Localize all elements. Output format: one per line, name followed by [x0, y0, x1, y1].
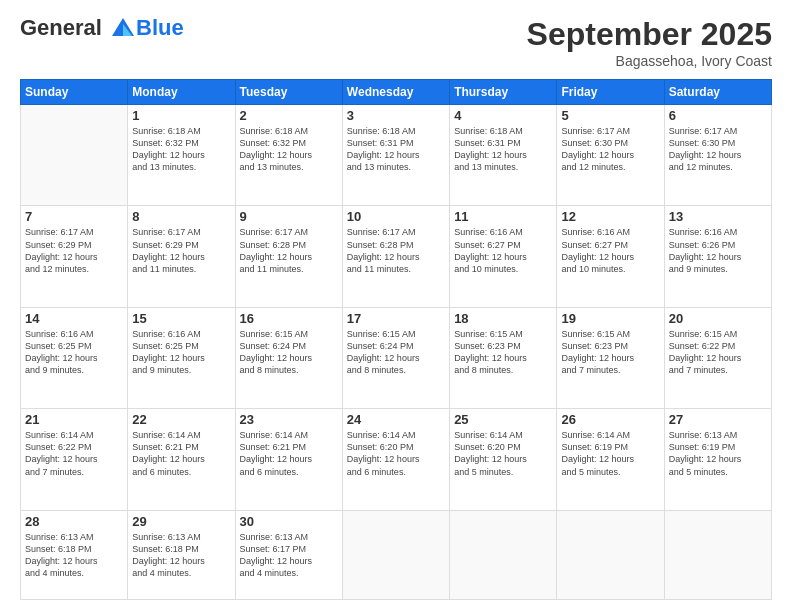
day-number: 5: [561, 108, 659, 123]
day-number: 8: [132, 209, 230, 224]
day-info: Sunrise: 6:15 AM Sunset: 6:24 PM Dayligh…: [347, 328, 445, 377]
table-row: 30Sunrise: 6:13 AM Sunset: 6:17 PM Dayli…: [235, 510, 342, 600]
day-info: Sunrise: 6:13 AM Sunset: 6:18 PM Dayligh…: [132, 531, 230, 580]
table-row: 14Sunrise: 6:16 AM Sunset: 6:25 PM Dayli…: [21, 307, 128, 408]
day-info: Sunrise: 6:14 AM Sunset: 6:20 PM Dayligh…: [347, 429, 445, 478]
table-row: 21Sunrise: 6:14 AM Sunset: 6:22 PM Dayli…: [21, 409, 128, 510]
table-row: 12Sunrise: 6:16 AM Sunset: 6:27 PM Dayli…: [557, 206, 664, 307]
table-row: 9Sunrise: 6:17 AM Sunset: 6:28 PM Daylig…: [235, 206, 342, 307]
day-info: Sunrise: 6:15 AM Sunset: 6:22 PM Dayligh…: [669, 328, 767, 377]
day-info: Sunrise: 6:15 AM Sunset: 6:23 PM Dayligh…: [454, 328, 552, 377]
logo-line1: General: [20, 15, 102, 40]
table-row: 28Sunrise: 6:13 AM Sunset: 6:18 PM Dayli…: [21, 510, 128, 600]
col-thursday: Thursday: [450, 80, 557, 105]
month-title: September 2025: [527, 16, 772, 53]
col-saturday: Saturday: [664, 80, 771, 105]
day-number: 2: [240, 108, 338, 123]
logo-text: General Blue: [20, 16, 184, 42]
day-number: 23: [240, 412, 338, 427]
day-info: Sunrise: 6:17 AM Sunset: 6:29 PM Dayligh…: [132, 226, 230, 275]
day-number: 11: [454, 209, 552, 224]
day-number: 12: [561, 209, 659, 224]
table-row: 13Sunrise: 6:16 AM Sunset: 6:26 PM Dayli…: [664, 206, 771, 307]
table-row: [342, 510, 449, 600]
table-row: 11Sunrise: 6:16 AM Sunset: 6:27 PM Dayli…: [450, 206, 557, 307]
day-info: Sunrise: 6:17 AM Sunset: 6:28 PM Dayligh…: [240, 226, 338, 275]
location-subtitle: Bagassehoa, Ivory Coast: [527, 53, 772, 69]
calendar-week-row: 1Sunrise: 6:18 AM Sunset: 6:32 PM Daylig…: [21, 105, 772, 206]
day-info: Sunrise: 6:13 AM Sunset: 6:18 PM Dayligh…: [25, 531, 123, 580]
table-row: 22Sunrise: 6:14 AM Sunset: 6:21 PM Dayli…: [128, 409, 235, 510]
table-row: 25Sunrise: 6:14 AM Sunset: 6:20 PM Dayli…: [450, 409, 557, 510]
header: General Blue September 2025 Bagassehoa, …: [20, 16, 772, 69]
day-info: Sunrise: 6:17 AM Sunset: 6:28 PM Dayligh…: [347, 226, 445, 275]
day-info: Sunrise: 6:16 AM Sunset: 6:27 PM Dayligh…: [454, 226, 552, 275]
table-row: 10Sunrise: 6:17 AM Sunset: 6:28 PM Dayli…: [342, 206, 449, 307]
day-number: 3: [347, 108, 445, 123]
day-number: 7: [25, 209, 123, 224]
table-row: 24Sunrise: 6:14 AM Sunset: 6:20 PM Dayli…: [342, 409, 449, 510]
table-row: 16Sunrise: 6:15 AM Sunset: 6:24 PM Dayli…: [235, 307, 342, 408]
day-number: 14: [25, 311, 123, 326]
day-info: Sunrise: 6:18 AM Sunset: 6:32 PM Dayligh…: [240, 125, 338, 174]
day-number: 17: [347, 311, 445, 326]
day-info: Sunrise: 6:16 AM Sunset: 6:25 PM Dayligh…: [132, 328, 230, 377]
logo-line2: Blue: [136, 16, 184, 40]
table-row: 27Sunrise: 6:13 AM Sunset: 6:19 PM Dayli…: [664, 409, 771, 510]
table-row: 18Sunrise: 6:15 AM Sunset: 6:23 PM Dayli…: [450, 307, 557, 408]
day-number: 19: [561, 311, 659, 326]
table-row: [21, 105, 128, 206]
day-number: 25: [454, 412, 552, 427]
title-area: September 2025 Bagassehoa, Ivory Coast: [527, 16, 772, 69]
table-row: 15Sunrise: 6:16 AM Sunset: 6:25 PM Dayli…: [128, 307, 235, 408]
day-number: 9: [240, 209, 338, 224]
col-friday: Friday: [557, 80, 664, 105]
table-row: 5Sunrise: 6:17 AM Sunset: 6:30 PM Daylig…: [557, 105, 664, 206]
day-number: 24: [347, 412, 445, 427]
calendar-week-row: 14Sunrise: 6:16 AM Sunset: 6:25 PM Dayli…: [21, 307, 772, 408]
day-info: Sunrise: 6:14 AM Sunset: 6:21 PM Dayligh…: [240, 429, 338, 478]
day-number: 4: [454, 108, 552, 123]
table-row: 26Sunrise: 6:14 AM Sunset: 6:19 PM Dayli…: [557, 409, 664, 510]
table-row: 29Sunrise: 6:13 AM Sunset: 6:18 PM Dayli…: [128, 510, 235, 600]
calendar-week-row: 21Sunrise: 6:14 AM Sunset: 6:22 PM Dayli…: [21, 409, 772, 510]
day-number: 28: [25, 514, 123, 529]
table-row: 20Sunrise: 6:15 AM Sunset: 6:22 PM Dayli…: [664, 307, 771, 408]
day-number: 1: [132, 108, 230, 123]
day-number: 21: [25, 412, 123, 427]
table-row: 2Sunrise: 6:18 AM Sunset: 6:32 PM Daylig…: [235, 105, 342, 206]
day-number: 10: [347, 209, 445, 224]
col-monday: Monday: [128, 80, 235, 105]
day-info: Sunrise: 6:16 AM Sunset: 6:27 PM Dayligh…: [561, 226, 659, 275]
col-sunday: Sunday: [21, 80, 128, 105]
day-number: 30: [240, 514, 338, 529]
day-info: Sunrise: 6:17 AM Sunset: 6:30 PM Dayligh…: [669, 125, 767, 174]
day-info: Sunrise: 6:16 AM Sunset: 6:25 PM Dayligh…: [25, 328, 123, 377]
page: General Blue September 2025 Bagassehoa, …: [0, 0, 792, 612]
col-tuesday: Tuesday: [235, 80, 342, 105]
table-row: 7Sunrise: 6:17 AM Sunset: 6:29 PM Daylig…: [21, 206, 128, 307]
day-info: Sunrise: 6:14 AM Sunset: 6:19 PM Dayligh…: [561, 429, 659, 478]
day-number: 20: [669, 311, 767, 326]
day-number: 6: [669, 108, 767, 123]
day-info: Sunrise: 6:17 AM Sunset: 6:29 PM Dayligh…: [25, 226, 123, 275]
day-info: Sunrise: 6:15 AM Sunset: 6:24 PM Dayligh…: [240, 328, 338, 377]
day-info: Sunrise: 6:18 AM Sunset: 6:31 PM Dayligh…: [454, 125, 552, 174]
table-row: 17Sunrise: 6:15 AM Sunset: 6:24 PM Dayli…: [342, 307, 449, 408]
table-row: 1Sunrise: 6:18 AM Sunset: 6:32 PM Daylig…: [128, 105, 235, 206]
table-row: 19Sunrise: 6:15 AM Sunset: 6:23 PM Dayli…: [557, 307, 664, 408]
day-number: 22: [132, 412, 230, 427]
table-row: 23Sunrise: 6:14 AM Sunset: 6:21 PM Dayli…: [235, 409, 342, 510]
day-number: 15: [132, 311, 230, 326]
day-info: Sunrise: 6:13 AM Sunset: 6:19 PM Dayligh…: [669, 429, 767, 478]
calendar-header-row: Sunday Monday Tuesday Wednesday Thursday…: [21, 80, 772, 105]
day-info: Sunrise: 6:16 AM Sunset: 6:26 PM Dayligh…: [669, 226, 767, 275]
logo: General Blue: [20, 16, 184, 42]
day-info: Sunrise: 6:18 AM Sunset: 6:31 PM Dayligh…: [347, 125, 445, 174]
day-info: Sunrise: 6:15 AM Sunset: 6:23 PM Dayligh…: [561, 328, 659, 377]
table-row: 4Sunrise: 6:18 AM Sunset: 6:31 PM Daylig…: [450, 105, 557, 206]
table-row: [664, 510, 771, 600]
day-number: 13: [669, 209, 767, 224]
day-info: Sunrise: 6:17 AM Sunset: 6:30 PM Dayligh…: [561, 125, 659, 174]
table-row: 8Sunrise: 6:17 AM Sunset: 6:29 PM Daylig…: [128, 206, 235, 307]
